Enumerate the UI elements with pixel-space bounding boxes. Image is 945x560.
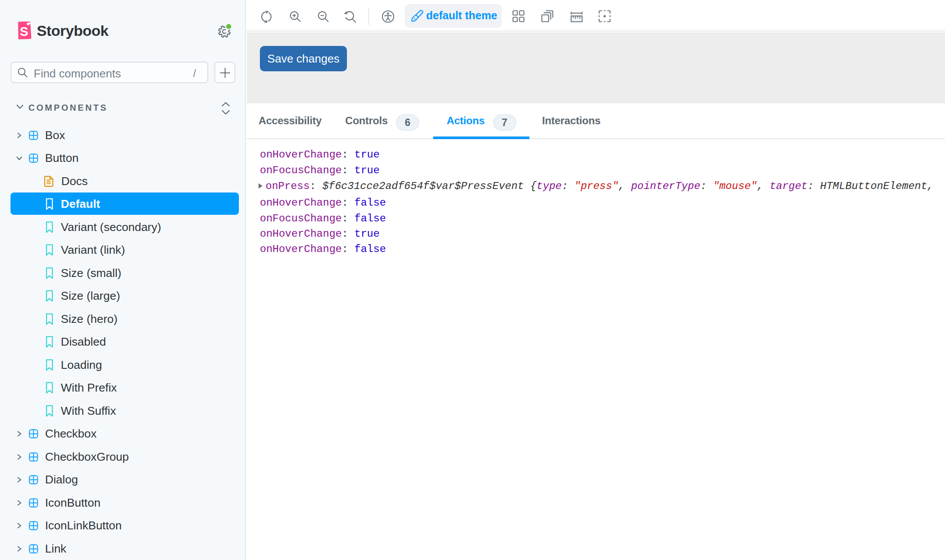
- svg-text:S: S: [20, 24, 28, 38]
